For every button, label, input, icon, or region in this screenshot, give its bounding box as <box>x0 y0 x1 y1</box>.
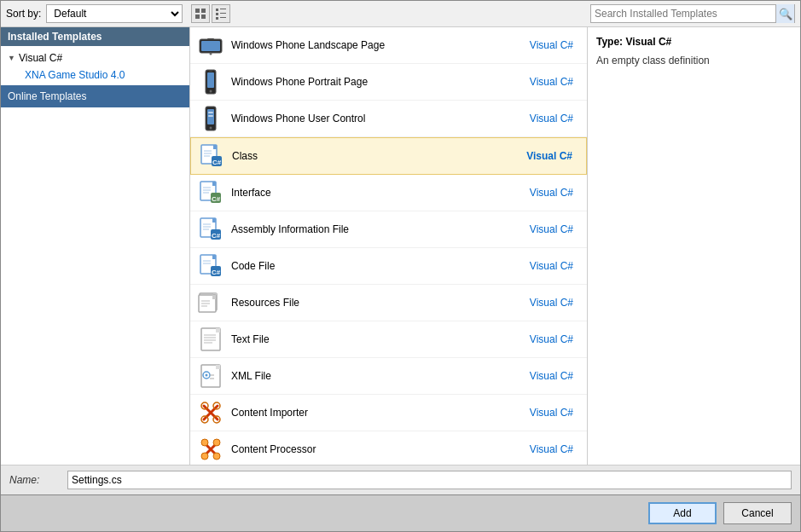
grid-view-button[interactable] <box>191 4 210 23</box>
svg-point-80 <box>213 453 220 460</box>
svg-text:C#: C# <box>212 232 221 240</box>
template-lang: Visual C# <box>530 76 573 88</box>
template-name: Class <box>232 150 526 162</box>
template-name: Assembly Information File <box>231 223 530 235</box>
template-name: Windows Phone Landscape Page <box>231 39 530 51</box>
svg-text:C#: C# <box>212 195 221 203</box>
template-name: Code File <box>231 260 530 272</box>
online-templates-label: Online Templates <box>8 90 87 102</box>
sidebar-item-online[interactable]: Online Templates <box>1 85 189 107</box>
svg-rect-21 <box>208 115 213 117</box>
svg-marker-58 <box>216 328 220 332</box>
svg-rect-9 <box>220 17 226 18</box>
template-name: Interface <box>231 187 530 199</box>
template-item[interactable]: Windows Phone Portrait Page Visual C# <box>190 64 587 101</box>
search-button[interactable]: 🔍 <box>775 4 794 23</box>
template-lang: Visual C# <box>530 443 573 455</box>
template-icon-phone-portrait <box>197 68 224 95</box>
template-name: Resources File <box>231 297 530 309</box>
list-view-button[interactable] <box>212 4 230 23</box>
svg-rect-15 <box>207 72 214 88</box>
template-item[interactable]: XML File Visual C# <box>190 358 587 395</box>
svg-point-78 <box>213 439 220 446</box>
template-name: XML File <box>231 370 530 382</box>
template-name: Content Processor <box>231 443 530 455</box>
svg-rect-3 <box>201 14 206 19</box>
template-name: Content Importer <box>231 407 530 419</box>
svg-rect-7 <box>220 13 226 14</box>
template-icon-phone-landscape <box>197 32 224 59</box>
sort-select[interactable]: Default Name Type <box>46 4 183 23</box>
svg-marker-64 <box>216 365 220 369</box>
search-input[interactable] <box>591 5 775 22</box>
template-item[interactable]: Content Importer Visual C# <box>190 395 587 431</box>
template-icon-text <box>197 326 224 353</box>
svg-point-22 <box>210 127 212 130</box>
action-buttons: Add Cancel <box>1 494 800 531</box>
search-box: 🔍 <box>590 4 795 23</box>
type-description: An empty class definition <box>596 55 792 66</box>
template-lang: Visual C# <box>530 223 573 235</box>
template-item[interactable]: C# Assembly Information File Visual C# <box>190 211 587 248</box>
svg-rect-8 <box>216 17 218 20</box>
svg-marker-53 <box>212 295 216 299</box>
template-lang: Visual C# <box>530 370 573 382</box>
template-item[interactable]: C# Interface Visual C# <box>190 175 587 211</box>
svg-point-16 <box>210 90 212 93</box>
svg-marker-24 <box>213 145 217 149</box>
sidebar-item-visual-cs[interactable]: ▼ Visual C# <box>1 49 189 66</box>
svg-text:C#: C# <box>212 159 222 166</box>
view-buttons <box>191 4 230 23</box>
template-lang: Visual C# <box>530 187 573 199</box>
svg-point-12 <box>210 53 212 55</box>
template-lang: Visual C# <box>526 150 572 162</box>
template-icon-code: C# <box>197 252 224 280</box>
svg-rect-0 <box>195 9 200 13</box>
top-bar: Sort by: Default Name Type <box>1 1 800 27</box>
svg-rect-6 <box>216 13 218 15</box>
template-item[interactable]: Resources File Visual C# <box>190 285 587 321</box>
xna-label: XNA Game Studio 4.0 <box>25 69 125 81</box>
template-icon-class: C# <box>198 142 225 170</box>
template-item-class[interactable]: C# Class Visual C# <box>190 137 587 175</box>
template-item[interactable]: Windows Phone Landscape Page Visual C# <box>190 27 587 64</box>
template-item[interactable]: Content Processor Visual C# <box>190 431 587 465</box>
svg-point-79 <box>201 453 208 460</box>
visual-cs-label: Visual C# <box>19 52 62 64</box>
name-label: Name: <box>9 474 61 486</box>
svg-rect-17 <box>209 71 212 72</box>
template-icon-content-importer <box>197 399 224 426</box>
template-item[interactable]: Windows Phone User Control Visual C# <box>190 101 587 137</box>
template-icon-assembly: C# <box>197 216 224 243</box>
svg-point-66 <box>206 374 208 377</box>
svg-rect-1 <box>201 9 206 13</box>
expand-arrow-icon: ▼ <box>8 54 15 62</box>
template-list[interactable]: Windows Phone Landscape Page Visual C# W… <box>190 27 587 465</box>
template-item[interactable]: C# Code File Visual C# <box>190 248 587 285</box>
template-icon-resources <box>197 289 224 316</box>
svg-rect-2 <box>195 14 200 19</box>
sidebar-item-xna[interactable]: XNA Game Studio 4.0 <box>1 66 189 84</box>
svg-rect-20 <box>208 112 213 113</box>
name-input[interactable] <box>67 471 792 489</box>
type-label: Type: Visual C# <box>596 36 792 48</box>
svg-rect-11 <box>201 41 220 51</box>
template-icon-phone-control <box>197 105 224 132</box>
svg-point-77 <box>201 439 208 446</box>
right-panel: Type: Visual C# An empty class definitio… <box>587 27 800 465</box>
template-name: Text File <box>231 333 530 345</box>
sidebar: Installed Templates ▼ Visual C# XNA Game… <box>1 27 190 465</box>
svg-rect-5 <box>220 9 226 9</box>
main-content: Installed Templates ▼ Visual C# XNA Game… <box>1 27 800 465</box>
svg-text:C#: C# <box>212 269 221 276</box>
add-button[interactable]: Add <box>648 502 717 524</box>
sort-label: Sort by: <box>6 8 41 20</box>
template-lang: Visual C# <box>530 407 573 419</box>
dialog-container: Sort by: Default Name Type <box>0 0 801 532</box>
svg-rect-4 <box>216 9 218 11</box>
sidebar-header: Installed Templates <box>1 27 189 46</box>
template-lang: Visual C# <box>530 333 573 345</box>
svg-marker-31 <box>212 182 216 186</box>
cancel-button[interactable]: Cancel <box>723 502 792 524</box>
template-item[interactable]: Text File Visual C# <box>190 321 587 358</box>
